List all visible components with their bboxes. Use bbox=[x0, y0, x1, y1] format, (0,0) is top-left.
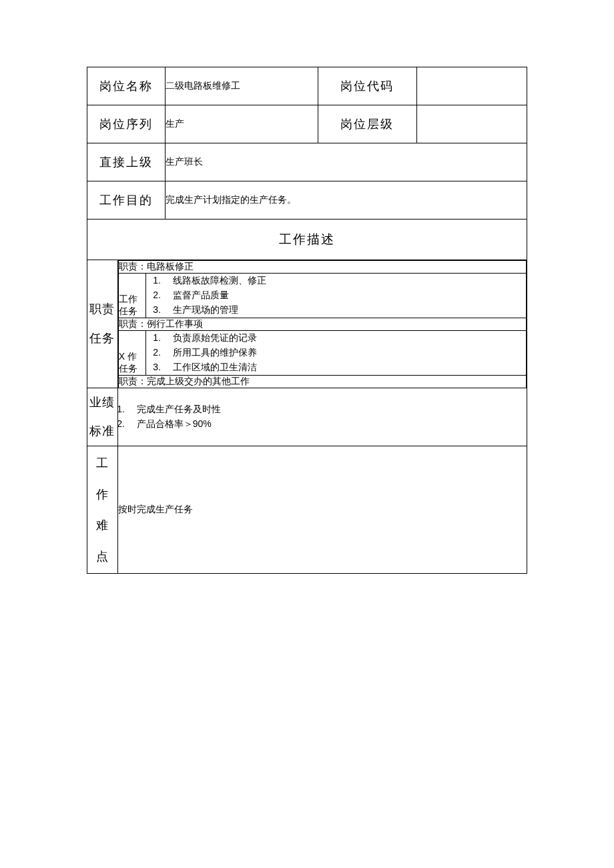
position-series-label: 岗位序列 bbox=[87, 105, 166, 143]
duty-items-0: 线路板故障检测、修正 监督产品质量 生产现场的管理 bbox=[145, 274, 526, 318]
duties-label-line1: 职责 bbox=[87, 295, 117, 324]
duty-title-2: 职责：完成上级交办的其他工作 bbox=[118, 376, 526, 388]
duties-body: 职责：电路板修正 工作任务 线路板故障检测、修正 监督产品质量 生产现场的管理 … bbox=[117, 260, 527, 388]
performance-label: 业绩 标准 bbox=[87, 388, 118, 446]
direct-supervisor-label: 直接上级 bbox=[87, 143, 166, 181]
position-name-label: 岗位名称 bbox=[87, 67, 166, 105]
row-section-title: 工作描述 bbox=[87, 220, 527, 260]
row-direct-supervisor: 直接上级 生产班长 bbox=[87, 143, 527, 181]
performance-body: 完成生产任务及时性 产品合格率＞90% bbox=[117, 388, 527, 446]
duty-title-1: 职责：例行工作事项 bbox=[118, 318, 526, 331]
row-work-purpose: 工作目的 完成生产计划指定的生产任务。 bbox=[87, 181, 527, 220]
job-description-table: 岗位名称 二级电路板维修工 岗位代码 岗位序列 生产 岗位层级 直接上级 生产班… bbox=[87, 67, 527, 574]
list-item: 负责原始凭证的记录 bbox=[164, 331, 526, 346]
list-item: 监督产品质量 bbox=[164, 288, 526, 303]
document-page: 岗位名称 二级电路板维修工 岗位代码 岗位序列 生产 岗位层级 直接上级 生产班… bbox=[0, 0, 614, 868]
duty-title-0: 职责：电路板修正 bbox=[118, 261, 526, 274]
position-code-label: 岗位代码 bbox=[318, 67, 417, 105]
section-title: 工作描述 bbox=[87, 220, 527, 260]
performance-label-line1: 业绩 bbox=[87, 388, 117, 417]
row-position-name: 岗位名称 二级电路板维修工 岗位代码 bbox=[87, 67, 527, 105]
list-item: 生产现场的管理 bbox=[164, 303, 526, 318]
duties-inner-table: 职责：电路板修正 工作任务 线路板故障检测、修正 监督产品质量 生产现场的管理 … bbox=[118, 260, 527, 388]
work-purpose-value: 完成生产计划指定的生产任务。 bbox=[166, 181, 527, 220]
duty-task-label-1: X 作任务 bbox=[118, 331, 145, 376]
list-item: 产品合格率＞90% bbox=[127, 417, 527, 432]
difficulty-value: 按时完成生产任务 bbox=[117, 446, 527, 574]
duty-items-1: 负责原始凭证的记录 所用工具的维护保养 工作区域的卫生清洁 bbox=[145, 331, 526, 376]
duty-task-label-0: 工作任务 bbox=[118, 274, 145, 318]
position-series-value: 生产 bbox=[166, 105, 318, 143]
row-position-series: 岗位序列 生产 岗位层级 bbox=[87, 105, 527, 143]
position-level-label: 岗位层级 bbox=[318, 105, 417, 143]
list-item: 完成生产任务及时性 bbox=[127, 402, 527, 417]
list-item: 工作区域的卫生清洁 bbox=[164, 360, 526, 375]
work-purpose-label: 工作目的 bbox=[87, 181, 166, 220]
list-item: 所用工具的维护保养 bbox=[164, 346, 526, 360]
row-difficulty: 工 作 难 点 按时完成生产任务 bbox=[87, 446, 527, 574]
duties-label-line2: 任务 bbox=[87, 324, 117, 353]
difficulty-label: 工 作 难 点 bbox=[87, 446, 118, 574]
position-code-value bbox=[416, 67, 527, 105]
list-item: 线路板故障检测、修正 bbox=[164, 274, 526, 288]
direct-supervisor-value: 生产班长 bbox=[166, 143, 527, 181]
position-level-value bbox=[416, 105, 527, 143]
row-duties: 职责 任务 职责：电路板修正 工作任务 线路板故障检测、修正 监督产品质量 生产… bbox=[87, 260, 527, 388]
performance-label-line2: 标准 bbox=[87, 417, 117, 446]
row-performance: 业绩 标准 完成生产任务及时性 产品合格率＞90% bbox=[87, 388, 527, 446]
position-name-value: 二级电路板维修工 bbox=[166, 67, 318, 105]
duties-label: 职责 任务 bbox=[87, 260, 118, 388]
